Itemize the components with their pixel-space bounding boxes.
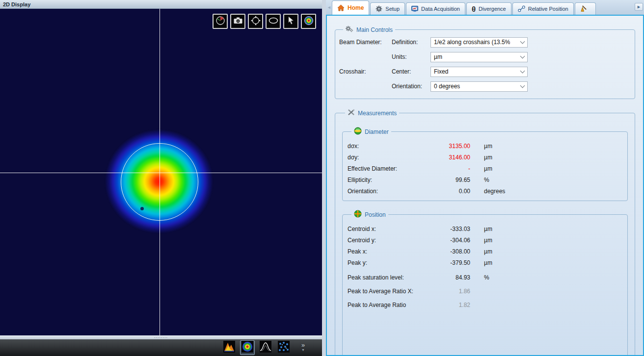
panel-title: 2D Display — [0, 0, 322, 9]
vertical-splitter[interactable] — [322, 0, 326, 356]
home-tab-content: Main Controls Beam Diameter: Definition:… — [326, 15, 644, 356]
chevron-down-icon — [520, 69, 525, 74]
tab-partial[interactable] — [575, 2, 596, 15]
measurement-label: dσy: — [348, 154, 440, 161]
position-legend: Position — [351, 210, 388, 219]
measurement-row: Ellipticity: 99.65 % — [348, 177, 622, 183]
measurement-row: Peak to Average Ratio X: 1.86 — [348, 288, 622, 295]
measurement-value: -308.00 — [440, 248, 470, 255]
select-value: 0 degrees — [434, 83, 460, 90]
group-title: Diameter — [365, 128, 389, 135]
measurement-value: 84.93 — [440, 274, 470, 281]
control-row: Crosshair: Center: Fixed — [339, 64, 631, 79]
measurement-unit: % — [484, 177, 489, 183]
measurement-value: 0.00 — [440, 188, 470, 195]
control-row: Orientation: 0 degrees — [339, 79, 631, 94]
measurement-label: Peak x: — [348, 248, 440, 255]
sector-tool-button[interactable] — [213, 14, 228, 29]
center-select[interactable]: Fixed — [430, 67, 528, 77]
chevron-down-icon — [520, 39, 525, 44]
theta-icon: θ — [472, 5, 476, 13]
main-controls-group: Main Controls Beam Diameter: Definition:… — [335, 25, 635, 99]
chevron-down-icon — [520, 83, 525, 88]
measurement-row: Peak y: -379.50 µm — [348, 259, 622, 266]
measurement-value: -379.50 — [440, 259, 470, 266]
camera-icon — [233, 16, 243, 27]
measurement-unit: % — [484, 274, 489, 281]
control-field-label: Units: — [392, 53, 430, 60]
tab-label: Data Acquisition — [421, 6, 460, 12]
3d-surface-icon — [223, 341, 235, 355]
ellipse-tool-button[interactable] — [266, 14, 281, 29]
cursor-tool-button[interactable] — [283, 14, 298, 29]
control-group-label: Crosshair: — [339, 68, 392, 75]
measurement-unit: µm — [484, 154, 492, 161]
measurement-label: Centroid x: — [348, 226, 440, 232]
rotate-ellipse-tool-button[interactable] — [248, 14, 263, 29]
measurement-row: Centroid x: -333.03 µm — [348, 226, 622, 232]
2d-display-panel: 2D Display — [0, 0, 322, 356]
nodes-icon — [518, 5, 525, 12]
tab-data-acquisition[interactable]: Data Acquisition — [406, 2, 465, 15]
target-tool-button[interactable] — [301, 14, 316, 29]
rotate-ellipse-icon — [251, 16, 261, 27]
measurement-label: Peak saturation level: — [348, 274, 440, 281]
measurement-unit: µm — [484, 248, 492, 255]
position-crosshair-icon — [354, 210, 362, 219]
splitter-grip-dots: ........ — [154, 334, 168, 339]
calipers-icon — [348, 109, 355, 117]
select-value: 1/e2 along crosshairs (13.5% — [434, 39, 510, 46]
select-value: Fixed — [434, 68, 448, 75]
measurement-unit: µm — [484, 259, 492, 266]
ellipse-icon — [268, 16, 278, 27]
caret-down-icon: ▾ — [302, 348, 304, 353]
orientation-select[interactable]: 0 degrees — [430, 81, 528, 92]
gears-icon — [346, 25, 353, 34]
measurement-unit: µm — [484, 237, 492, 244]
measurement-row: dσx: 3135.00 µm — [348, 143, 622, 150]
measurement-unit: µm — [484, 226, 492, 232]
definition-select[interactable]: 1/e2 along crosshairs (13.5% — [430, 37, 528, 48]
control-group-label: Beam Diameter: — [339, 39, 392, 46]
chart-icon — [411, 5, 418, 12]
tab-home[interactable]: Home — [332, 0, 369, 15]
home-icon — [337, 4, 345, 11]
measurement-row: Peak saturation level: 84.93 % — [348, 274, 622, 281]
display-toolbar — [213, 14, 316, 29]
toolbar-overflow-button[interactable]: » ▾ — [301, 343, 305, 353]
tab-bar: ◄ Home Setup Data Acquisition θ Divergen… — [326, 0, 644, 15]
tab-divergence[interactable]: θ Divergence — [466, 2, 511, 15]
beam-display-canvas[interactable] — [0, 9, 322, 335]
gear-icon — [376, 5, 382, 12]
tab-setup[interactable]: Setup — [370, 2, 405, 15]
measurement-row: Centroid y: -304.06 µm — [348, 237, 622, 244]
measurements-legend: Measurements — [345, 109, 399, 117]
array-view-button[interactable] — [276, 340, 291, 355]
profiles-view-button[interactable] — [258, 340, 273, 355]
control-field-label: Orientation: — [392, 83, 430, 90]
units-select[interactable]: µm — [430, 52, 528, 62]
measurement-value: -304.06 — [440, 237, 470, 244]
tab-scroll-left-button[interactable]: ◄ — [327, 5, 331, 10]
group-title: Main Controls — [356, 26, 393, 33]
measurement-label: Peak to Average Ratio X: — [348, 288, 440, 295]
tab-relative-position[interactable]: Relative Position — [512, 2, 574, 15]
measurement-value: 99.65 — [440, 177, 470, 183]
scatter-dots-icon — [278, 341, 290, 355]
gaussian-profiles-icon — [260, 341, 271, 355]
2d-view-button[interactable] — [240, 340, 255, 355]
measurement-unit: µm — [484, 143, 492, 150]
measurement-label: Peak y: — [348, 259, 440, 266]
3d-view-button[interactable] — [222, 340, 237, 355]
measurement-row: Peak to Average Ratio 1.82 — [348, 302, 622, 308]
horizontal-splitter[interactable]: ........ — [0, 335, 322, 339]
tab-scroll-right-button[interactable]: ► — [635, 3, 643, 11]
control-row: Beam Diameter: Definition: 1/e2 along cr… — [339, 35, 631, 50]
tab-label: Home — [348, 4, 364, 11]
measurement-value: 3135.00 — [440, 143, 470, 150]
view-switch-toolbar: » ▾ — [0, 339, 322, 356]
measurement-row: dσy: 3146.00 µm — [348, 154, 622, 161]
diameter-group: Diameter dσx: 3135.00 µm dσy: 3146.00 µm… — [342, 127, 628, 201]
measurement-unit: µm — [484, 165, 492, 172]
camera-tool-button[interactable] — [230, 14, 245, 29]
